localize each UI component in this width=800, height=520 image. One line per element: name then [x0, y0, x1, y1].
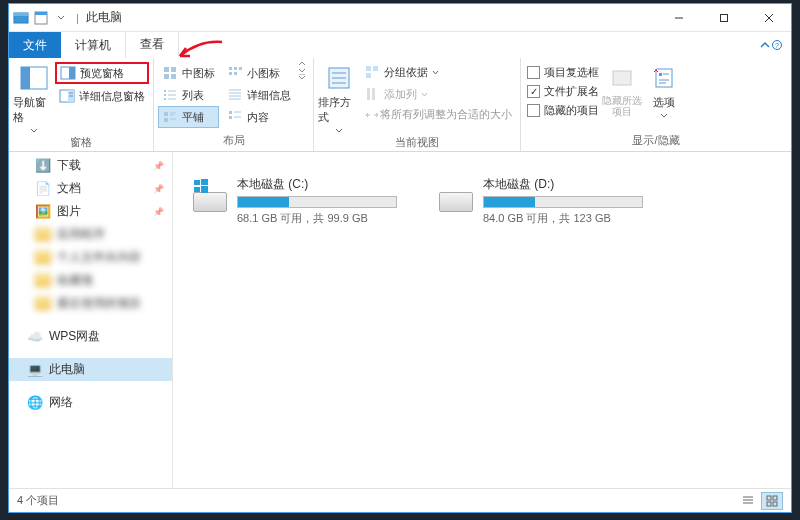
svg-rect-60 — [201, 179, 208, 185]
ribbon-group-current-view-label: 当前视图 — [318, 133, 516, 153]
view-details-toggle[interactable] — [737, 492, 759, 510]
svg-rect-62 — [201, 186, 208, 193]
layout-list[interactable]: 列表 — [158, 84, 219, 106]
svg-rect-24 — [239, 67, 242, 70]
drive-usage-bar — [483, 196, 643, 208]
documents-icon: 📄 — [35, 181, 51, 197]
options-icon — [650, 64, 678, 92]
sidebar-item-folder[interactable]: 应用程序 — [9, 223, 172, 246]
folder-icon — [35, 250, 51, 266]
window-controls — [656, 4, 791, 32]
svg-rect-31 — [164, 98, 166, 100]
svg-rect-1 — [14, 13, 28, 16]
tab-file[interactable]: 文件 — [9, 32, 61, 58]
sidebar-item-folder[interactable]: 最近使用的项目 — [9, 292, 172, 315]
layout-content[interactable]: 内容 — [223, 106, 295, 128]
sidebar-item-folder[interactable]: 个人文件夹内容 — [9, 246, 172, 269]
navigation-sidebar: ⬇️下载 📄文档 🖼️图片 应用程序 个人文件夹内容 收藏项 最近使用的项目 ☁… — [9, 152, 173, 488]
preview-pane-icon — [60, 65, 76, 81]
layout-medium-icons[interactable]: 中图标 — [158, 62, 219, 84]
content-icon — [227, 109, 243, 125]
minimize-button[interactable] — [656, 4, 701, 32]
svg-rect-13 — [69, 67, 75, 79]
details-pane-button[interactable]: 详细信息窗格 — [55, 86, 149, 106]
checkbox-file-extensions[interactable]: ✓文件扩展名 — [525, 83, 601, 100]
ribbon-group-panes-label: 窗格 — [13, 133, 149, 153]
drive-tile-c[interactable]: 本地磁盘 (C:) 68.1 GB 可用，共 99.9 GB — [191, 176, 397, 226]
hide-icon — [608, 64, 636, 92]
pictures-icon: 🖼️ — [35, 204, 51, 220]
main-pane[interactable]: 本地磁盘 (C:) 68.1 GB 可用，共 99.9 GB 本地磁盘 (D:)… — [173, 152, 791, 488]
sidebar-item-wps[interactable]: ☁️WPS网盘 — [9, 325, 172, 348]
sort-by-button[interactable]: 排序方式 — [318, 60, 360, 133]
tab-computer[interactable]: 计算机 — [61, 32, 126, 58]
maximize-button[interactable] — [701, 4, 746, 32]
drive-tile-d[interactable]: 本地磁盘 (D:) 84.0 GB 可用，共 123 GB — [437, 176, 643, 226]
svg-rect-68 — [767, 502, 771, 506]
svg-rect-55 — [372, 88, 375, 100]
cloud-icon: ☁️ — [27, 329, 43, 345]
svg-rect-66 — [767, 496, 771, 500]
svg-rect-42 — [229, 111, 232, 114]
svg-rect-40 — [164, 118, 168, 122]
close-button[interactable] — [746, 4, 791, 32]
scroll-up-icon[interactable] — [297, 60, 307, 67]
sidebar-item-downloads[interactable]: ⬇️下载 — [9, 154, 172, 177]
checkbox-hidden-items[interactable]: 隐藏的项目 — [525, 102, 601, 119]
svg-rect-54 — [367, 88, 370, 100]
titlebar-left: | 此电脑 — [9, 9, 122, 26]
ribbon-tabs: 文件 计算机 查看 ? — [9, 32, 791, 58]
window-title: 此电脑 — [86, 9, 122, 26]
details-icon — [227, 87, 243, 103]
layout-small-icons[interactable]: 小图标 — [223, 62, 295, 84]
folder-icon — [35, 273, 51, 289]
titlebar: | 此电脑 — [9, 4, 791, 32]
svg-rect-19 — [171, 67, 176, 72]
drive-usage-bar — [237, 196, 397, 208]
ribbon-group-panes: 导航窗格 预览窗格 详细信息窗格 窗格 — [9, 58, 154, 151]
group-by-button[interactable]: 分组依据 — [360, 62, 516, 82]
svg-rect-27 — [164, 90, 166, 92]
checkbox-item-checkboxes[interactable]: 项目复选框 — [525, 64, 601, 81]
tab-view[interactable]: 查看 — [126, 32, 179, 58]
sidebar-item-pictures[interactable]: 🖼️图片 — [9, 200, 172, 223]
options-button[interactable]: 选项 — [643, 60, 685, 118]
layout-tiles[interactable]: 平铺 — [158, 106, 219, 128]
svg-rect-58 — [659, 73, 662, 76]
preview-pane-button[interactable]: 预览窗格 — [55, 62, 149, 84]
ribbon-group-show-hide-label: 显示/隐藏 — [525, 131, 787, 151]
sidebar-item-network[interactable]: 🌐网络 — [9, 391, 172, 414]
svg-rect-44 — [229, 116, 232, 119]
svg-text:?: ? — [775, 42, 779, 49]
ribbon: 导航窗格 预览窗格 详细信息窗格 窗格 — [9, 58, 791, 152]
svg-rect-3 — [35, 12, 47, 15]
small-icons-icon — [227, 65, 243, 81]
details-pane-label: 详细信息窗格 — [79, 89, 145, 104]
expand-icon[interactable] — [297, 74, 307, 81]
checkbox-icon — [527, 104, 540, 117]
hide-selected-button: 隐藏所选项目 — [601, 60, 643, 117]
drive-name: 本地磁盘 (D:) — [483, 176, 643, 193]
svg-rect-67 — [773, 496, 777, 500]
scroll-down-icon[interactable] — [297, 67, 307, 74]
qat-dropdown-icon[interactable] — [53, 10, 69, 26]
ribbon-collapse-button[interactable]: ? — [751, 32, 791, 58]
sidebar-item-documents[interactable]: 📄文档 — [9, 177, 172, 200]
svg-rect-11 — [21, 67, 30, 89]
sidebar-item-folder[interactable]: 收藏项 — [9, 269, 172, 292]
windows-logo-icon — [194, 179, 208, 193]
folder-icon — [35, 227, 51, 243]
group-by-icon — [364, 64, 380, 80]
sidebar-item-this-pc[interactable]: 💻此电脑 — [9, 358, 172, 381]
ribbon-group-layout-label: 布局 — [158, 131, 309, 151]
svg-rect-69 — [773, 502, 777, 506]
explorer-window: | 此电脑 文件 计算机 查看 ? — [8, 3, 792, 513]
computer-icon: 💻 — [27, 362, 43, 378]
preview-pane-label: 预览窗格 — [80, 66, 124, 81]
layout-details[interactable]: 详细信息 — [223, 84, 295, 106]
svg-rect-5 — [720, 14, 727, 21]
view-tiles-toggle[interactable] — [761, 492, 783, 510]
nav-pane-button[interactable]: 导航窗格 — [13, 60, 55, 133]
svg-rect-59 — [194, 180, 200, 185]
qat-properties-icon[interactable] — [33, 10, 49, 26]
